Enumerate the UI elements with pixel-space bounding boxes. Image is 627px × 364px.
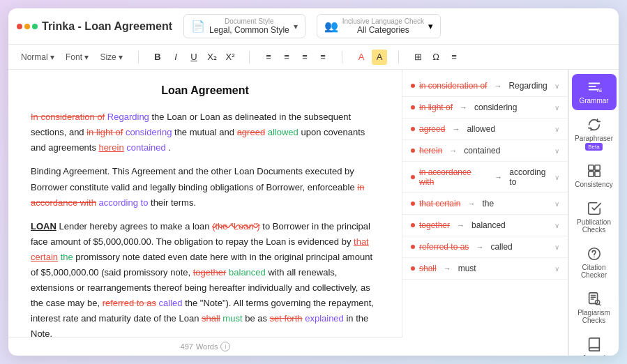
citation-checker-label: Citation Checker <box>575 264 614 279</box>
symbol-button[interactable]: Ω <box>428 50 444 65</box>
plagiarism-checks-label: Plagiarism Checks <box>575 309 614 324</box>
special-button[interactable]: ≡ <box>446 50 462 65</box>
strike-2: in light of <box>86 127 123 137</box>
highlight-button[interactable]: A <box>372 50 387 65</box>
sugg-chevron-2[interactable]: ∨ <box>554 104 559 112</box>
sugg-arrow-7: → <box>457 221 464 229</box>
suggestion-8[interactable]: referred to as → called ∨ <box>402 236 568 258</box>
sugg-new-5: according to <box>509 167 554 187</box>
sugg-new-2: considering <box>474 103 517 112</box>
subscript-button[interactable]: X₂ <box>204 50 220 65</box>
superscript-button[interactable]: X² <box>222 50 238 65</box>
svg-rect-10 <box>589 293 597 304</box>
replacement-1: Regarding <box>107 112 149 122</box>
sugg-new-6: the <box>482 199 494 208</box>
sugg-chevron-3[interactable]: ∨ <box>554 126 559 133</box>
sugg-chevron-1[interactable]: ∨ <box>554 82 559 90</box>
sugg-chevron-6[interactable]: ∨ <box>554 200 559 208</box>
sidebar-item-journal-finder[interactable]: Journal Finder <box>572 331 617 356</box>
suggestion-5[interactable]: in accordance with → according to ∨ <box>402 162 568 193</box>
align-right-button[interactable]: ≡ <box>297 50 312 65</box>
sidebar-item-publication-checks[interactable]: Publication Checks <box>572 195 617 239</box>
sugg-arrow-5: → <box>494 173 502 181</box>
size-dropdown[interactable]: Size ▾ <box>96 51 127 63</box>
plagiarism-checks-icon <box>587 291 602 307</box>
document-title: Loan Agreement <box>31 81 379 100</box>
sidebar-item-plagiarism-checks[interactable]: Plagiarism Checks <box>572 286 617 330</box>
sugg-arrow-3: → <box>452 125 460 133</box>
sugg-arrow-1: → <box>494 82 501 90</box>
journal-finder-icon <box>587 337 602 352</box>
sugg-arrow-9: → <box>444 264 451 273</box>
logo: Trinka - Loan Agreement <box>17 20 172 33</box>
strike-10: set forth <box>270 313 303 324</box>
suggestion-3[interactable]: agreed → allowed ∨ <box>402 119 568 140</box>
suggestion-7[interactable]: together → balanced ∨ <box>402 215 568 236</box>
svg-rect-4 <box>588 165 593 170</box>
inclusive-language-button[interactable]: 👥 Inclusive Language Check All Categorie… <box>317 14 441 38</box>
align-center-button[interactable]: ≡ <box>279 50 294 65</box>
paraphraser-icon <box>587 117 602 132</box>
word-count-bar: 497 Words i <box>8 337 402 356</box>
sugg-original-8: referred to as <box>419 242 469 252</box>
sugg-arrow-2: → <box>460 103 467 112</box>
editor[interactable]: Loan Agreement In consideration of Regar… <box>8 70 402 337</box>
beta-badge: Beta <box>585 143 602 151</box>
suggestion-9[interactable]: shall → must ∨ <box>402 258 568 280</box>
sugg-dot-6 <box>411 202 415 206</box>
inclusive-label: Inclusive Language Check <box>342 17 424 25</box>
paraphraser-label: Paraphraser <box>575 135 613 142</box>
sugg-chevron-9[interactable]: ∨ <box>554 265 559 273</box>
sugg-left-3: agreed → allowed <box>411 124 554 134</box>
separator-1 <box>138 51 139 63</box>
bold-button[interactable]: B <box>150 50 165 65</box>
sugg-left-7: together → balanced <box>411 220 554 230</box>
replacement-8: called <box>159 298 183 308</box>
suggestion-4[interactable]: herein → contained ∨ <box>402 140 568 162</box>
align-justify-button[interactable]: ≡ <box>315 50 331 65</box>
sugg-original-2: in light of <box>419 103 453 112</box>
doc-style-icon: 📄 <box>191 20 205 33</box>
right-sidebar: ABC Grammar Paraphraser Beta <box>568 70 619 356</box>
suggestion-6[interactable]: that certain → the ∨ <box>402 193 568 215</box>
suggestion-2[interactable]: in light of → considering ∨ <box>402 97 568 119</box>
sidebar-item-citation-checker[interactable]: Citation Checker <box>572 241 617 285</box>
sugg-chevron-4[interactable]: ∨ <box>554 147 559 155</box>
sugg-dot-7 <box>411 223 415 227</box>
logo-dots <box>17 24 38 29</box>
sugg-chevron-7[interactable]: ∨ <box>554 222 559 229</box>
sidebar-item-paraphraser[interactable]: Paraphraser Beta <box>572 112 617 156</box>
suggestion-1[interactable]: in consideration of → Regarding ∨ <box>402 75 568 97</box>
doc-style-label: Document Style <box>209 17 289 25</box>
svg-point-9 <box>594 257 594 257</box>
insert-group: ⊞ Ω ≡ <box>410 50 462 65</box>
sugg-chevron-8[interactable]: ∨ <box>554 243 559 251</box>
italic-button[interactable]: I <box>168 50 183 65</box>
align-left-button[interactable]: ≡ <box>261 50 276 65</box>
separator-3 <box>342 51 342 63</box>
publication-checks-label: Publication Checks <box>575 218 614 234</box>
sugg-dot-3 <box>411 127 415 131</box>
underline-button[interactable]: U <box>186 50 202 65</box>
publication-checks-icon <box>587 201 602 216</box>
logo-text: Trinka - Loan Agreement <box>42 20 172 33</box>
style-group: Normal ▾ Font ▾ Size ▾ <box>17 51 127 63</box>
svg-rect-0 <box>588 83 600 84</box>
sugg-chevron-5[interactable]: ∨ <box>554 174 559 181</box>
sugg-original-4: herein <box>419 146 442 156</box>
sugg-original-7: together <box>419 220 450 230</box>
sidebar-item-consistency[interactable]: Consistency <box>572 158 617 194</box>
info-icon[interactable]: i <box>220 342 230 351</box>
word-count: 497 <box>181 342 193 351</box>
editor-container: Loan Agreement In consideration of Regar… <box>8 70 402 356</box>
loan-mark: (the "Loan") <box>212 221 260 232</box>
font-color-button[interactable]: A <box>354 50 369 65</box>
sidebar-item-grammar[interactable]: ABC Grammar <box>572 74 617 110</box>
table-button[interactable]: ⊞ <box>410 50 425 65</box>
style-dropdown[interactable]: Normal ▾ <box>17 51 59 63</box>
sugg-left-5: in accordance with → according to <box>411 167 554 187</box>
font-dropdown[interactable]: Font ▾ <box>61 51 93 63</box>
sugg-arrow-4: → <box>449 146 457 155</box>
sugg-new-4: contained <box>464 146 500 156</box>
doc-style-button[interactable]: 📄 Document Style Legal, Common Style ▾ <box>183 14 305 38</box>
